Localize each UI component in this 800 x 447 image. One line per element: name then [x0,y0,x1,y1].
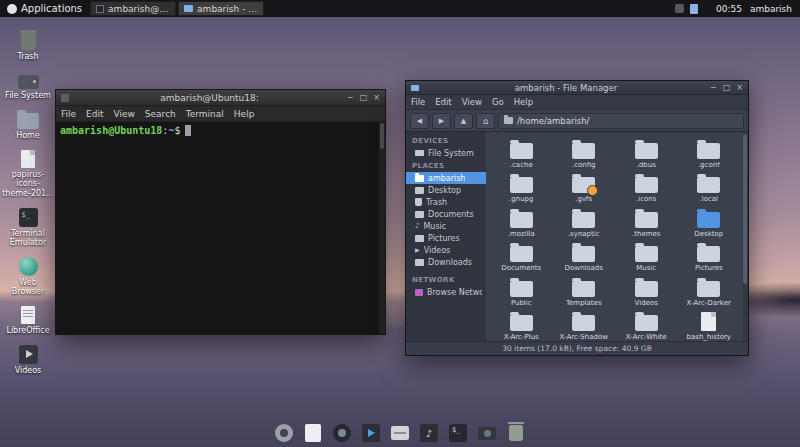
fm-menu-item[interactable]: Go [487,97,509,107]
file-item[interactable]: Downloads [553,239,616,274]
terminal-menu-item[interactable]: Search [140,109,181,119]
sidebar-item[interactable]: Videos [406,244,486,256]
file-item[interactable]: Pictures [678,239,741,274]
file-item[interactable]: X-Arc-Shadow [553,308,616,342]
desktop-icon[interactable]: Videos [1,345,55,376]
desktop-icon[interactable]: File System [1,71,55,101]
sidebar-item-label: Browse Network [427,288,482,297]
dock-item[interactable] [389,422,411,444]
folder-icon [697,177,720,193]
fm-scrollbar[interactable] [742,132,748,341]
terminal-menu-item[interactable]: Help [229,109,260,119]
file-item[interactable]: .synaptic [553,204,616,239]
file-item[interactable]: .local [678,170,741,205]
fm-file-view[interactable]: .cache .config .dbus .gconf .gnu [486,132,748,341]
dock-item[interactable] [447,422,469,444]
terminal-menu-item[interactable]: View [109,109,140,119]
maximize-icon[interactable] [723,83,731,92]
dock-item[interactable] [418,422,440,444]
fm-menubar: FileEditViewGoHelp [406,95,748,110]
sidebar-item[interactable]: Downloads [406,256,486,268]
terminal-menu-item[interactable]: File [56,109,81,119]
file-item[interactable]: .dbus [615,135,678,170]
location-bar[interactable]: /home/ambarish/ [498,113,744,129]
indicator-icon[interactable] [675,4,684,13]
taskbar-window-button[interactable]: ambarish@Ubuntu18: [90,1,176,16]
file-item[interactable]: .mozilla [490,204,553,239]
desktop-icon[interactable]: Home [1,109,55,141]
fm-menu-item[interactable]: View [457,97,487,107]
sidebar-item[interactable]: File System [406,147,486,159]
file-item[interactable]: Videos [615,273,678,308]
sidebar-section-places: PLACES [406,159,486,172]
minimize-icon[interactable] [347,93,354,102]
terminal-output[interactable]: ambarish@Ubuntu18:~$ [56,122,385,334]
file-item[interactable]: X-Arc-Darker [678,273,741,308]
home-button[interactable] [476,113,495,129]
up-button[interactable] [454,113,473,129]
desktop-icon[interactable]: papirus-icons-theme-201... [1,150,55,199]
forward-button[interactable] [432,113,451,129]
sidebar-item[interactable]: Pictures [406,232,486,244]
desktop-icon-column: Trash File System Home papirus-icons-the… [1,30,55,375]
dock-item[interactable] [302,422,324,444]
sidebar-item[interactable]: Browse Network [406,286,486,298]
dock-item[interactable] [505,422,527,444]
sidebar-item[interactable]: ambarish [406,172,486,184]
file-item[interactable]: .config [553,135,616,170]
file-item[interactable]: X-Arc-White [615,308,678,342]
dock-item[interactable] [273,422,295,444]
file-item[interactable]: .themes [615,204,678,239]
folder-icon [510,212,533,228]
file-item[interactable]: Templates [553,273,616,308]
back-button[interactable] [410,113,429,129]
folder-icon [635,212,658,228]
file-item[interactable]: Music [615,239,678,274]
file-item[interactable]: Documents [490,239,553,274]
file-item[interactable]: .cache [490,135,553,170]
dock-item[interactable] [360,422,382,444]
folder-task-icon [184,5,193,12]
pictures-mini-icon [415,235,424,242]
close-icon[interactable] [736,83,743,92]
file-item[interactable]: .icons [615,170,678,205]
close-icon[interactable] [373,93,380,102]
desktop-icon[interactable]: Web Browser [1,257,55,297]
fm-menu-item[interactable]: Edit [430,97,456,107]
fm-menu-item[interactable]: File [406,97,430,107]
fm-scrollbar-thumb[interactable] [743,134,747,284]
maximize-icon[interactable] [360,93,368,102]
user-menu[interactable]: ambarish [750,4,800,14]
clipboard-icon[interactable] [690,4,698,14]
file-item[interactable]: X-Arc-Plus [490,308,553,342]
file-item[interactable]: .gconf [678,135,741,170]
sidebar-item[interactable]: Trash [406,196,486,208]
file-name: Desktop [694,231,723,239]
applications-menu-button[interactable]: Applications [0,0,89,17]
sidebar-item[interactable]: Desktop [406,184,486,196]
taskbar-window-button[interactable]: ambarish - File Manager [178,1,264,16]
minimize-icon[interactable] [710,83,717,92]
fm-menu-item[interactable]: Help [509,97,538,107]
terminal-scrollbar-thumb[interactable] [380,123,384,149]
file-item[interactable]: Desktop [678,204,741,239]
file-item[interactable]: bash_history [678,308,741,342]
terminal-menu-item[interactable]: Edit [81,109,108,119]
clock[interactable]: 00:55 [708,4,750,14]
folder-icon [572,246,595,262]
dock-item[interactable] [476,422,498,444]
desktop-icon[interactable]: Trash [1,30,55,62]
file-item[interactable]: Public [490,273,553,308]
terminal-menu-item[interactable]: Terminal [181,109,229,119]
file-item[interactable]: .gvfs [553,170,616,205]
dock-item[interactable] [331,422,353,444]
terminal-scrollbar[interactable] [379,122,385,334]
sidebar-item[interactable]: Music [406,220,486,232]
desktop-icon[interactable]: Terminal Emulator [1,208,55,248]
sidebar-item[interactable]: Documents [406,208,486,220]
file-item[interactable]: .gnupg [490,170,553,205]
desktop-icon[interactable]: LibreOffice [1,306,55,336]
fm-titlebar[interactable]: ambarish - File Manager [406,81,748,95]
terminal-titlebar[interactable]: ambarish@Ubuntu18: [56,90,385,106]
folder-icon [510,315,533,331]
